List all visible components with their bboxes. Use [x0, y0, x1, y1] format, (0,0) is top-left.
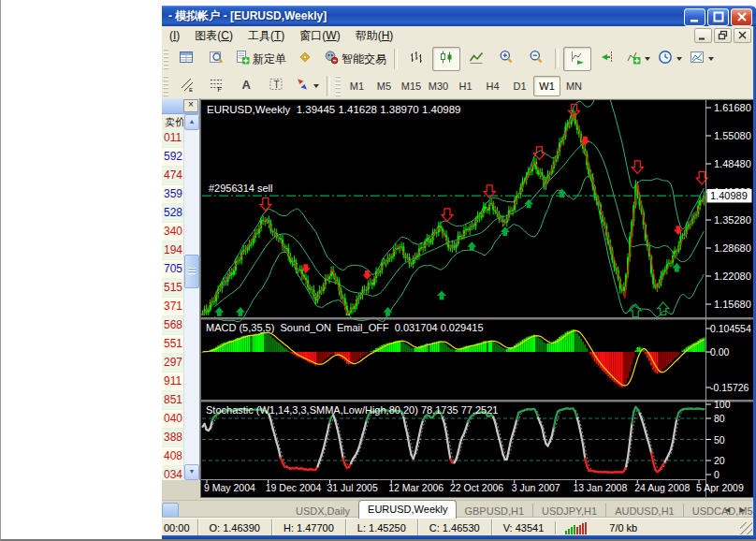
chart-tab-eurusd[interactable]: EURUSD,Weekly [358, 500, 457, 519]
panel-headers: EURUSD,Weekly 1.39445 1.41628 1.38970 1.… [206, 104, 498, 416]
panel-frames [201, 100, 753, 497]
date-tick-label: 12 Mar 2006 [388, 482, 443, 493]
stoch-tick-label: 50 [714, 434, 725, 446]
market-watch-row[interactable]: 474 [162, 167, 184, 185]
timeframe-d1[interactable]: D1 [506, 76, 533, 96]
line-chart-icon [469, 50, 484, 68]
timeframe-w1[interactable]: W1 [533, 76, 560, 96]
chart-window[interactable]: #2956314 sell1.616801.550801.484801.4188… [200, 99, 754, 498]
zoom-in-button[interactable] [492, 47, 520, 71]
market-watch-icon [179, 50, 194, 68]
mdi-close-icon[interactable] [734, 28, 751, 43]
mdi-minimize-icon[interactable] [694, 28, 712, 43]
market-watch-row[interactable]: 371 [162, 298, 184, 316]
titlebar[interactable]: - 模拟帐户 - [EURUSD,Weekly] [162, 6, 756, 26]
market-watch-row[interactable]: 851 [162, 391, 184, 410]
timeframe-h4[interactable]: H4 [479, 76, 506, 96]
line-chart-button[interactable] [462, 47, 490, 71]
timeframe-mn[interactable]: MN [560, 76, 588, 96]
timeframe-m1[interactable]: M1 [343, 76, 371, 96]
market-watch-titlebar[interactable]: × [162, 98, 199, 114]
navigator-button[interactable] [202, 47, 230, 71]
toolbar-drag-handle[interactable] [164, 49, 168, 69]
menu-item-1[interactable]: 图表(C) [187, 27, 240, 44]
menu-item-4[interactable]: 帮助(H) [348, 27, 401, 44]
timeframe-m15[interactable]: M15 [398, 76, 425, 96]
market-watch-row[interactable]: 911 [162, 373, 184, 391]
indicators-button[interactable] [623, 47, 653, 71]
market-watch-row[interactable]: 011 [162, 129, 184, 148]
tab-scroll-right-icon[interactable]: ▶ [736, 504, 749, 516]
resize-grip[interactable] [740, 522, 752, 534]
close-icon[interactable] [731, 8, 752, 26]
mdi-controls [694, 28, 753, 43]
expert-advisors-label: 智能交易 [342, 51, 386, 67]
market-watch-row[interactable]: 528 [162, 204, 184, 223]
market-watch-row[interactable]: 408 [162, 447, 184, 466]
scroll-up-icon[interactable]: ▲ [184, 114, 199, 130]
status-field-5: V: 43541 [491, 519, 556, 536]
minimize-icon[interactable] [684, 8, 705, 26]
text-label-button[interactable]: T [262, 76, 290, 96]
market-watch-row[interactable]: 568 [162, 316, 184, 335]
market-watch-row[interactable]: 034 [162, 466, 184, 480]
market-watch-row[interactable]: 359 [162, 185, 184, 204]
templates-button[interactable] [687, 47, 717, 71]
auto-scroll-icon [570, 50, 585, 68]
date-tick-label: 9 May 2004 [204, 482, 255, 493]
equidistant-channel-button[interactable]: E [172, 76, 200, 96]
toolbar-drag-handle[interactable] [164, 76, 168, 96]
sell-arrows [260, 105, 707, 279]
arrows-button[interactable] [292, 76, 322, 96]
chart-tab-audusd[interactable]: AUDUSD,H1 [606, 504, 684, 519]
market-watch-row[interactable]: 705 [162, 260, 184, 279]
maximize-icon[interactable] [707, 8, 729, 26]
menu-item-2[interactable]: 工具(T) [240, 27, 292, 44]
market-watch-row[interactable]: 551 [162, 335, 184, 354]
market-watch-row[interactable]: 194 [162, 241, 184, 260]
scrollbar-thumb[interactable] [184, 255, 199, 288]
mdi-restore-icon[interactable] [714, 28, 732, 43]
candlestick-chart-button[interactable] [432, 47, 460, 71]
market-watch-row[interactable]: 592 [162, 148, 184, 167]
market-watch-row[interactable]: 340 [162, 223, 184, 241]
timeframe-m5[interactable]: M5 [371, 76, 398, 96]
market-watch-close-icon[interactable]: × [183, 99, 198, 112]
timeframe-h1[interactable]: H1 [452, 76, 479, 96]
new-order-button[interactable]: 新定单 [232, 47, 289, 71]
expert-advisors-button[interactable]: 智能交易 [321, 47, 389, 71]
market-watch-row[interactable]: 040 [162, 410, 184, 429]
fibonacci-button[interactable]: F [202, 76, 230, 96]
market-watch-scrollbar[interactable]: ▲ ▼ [183, 114, 199, 480]
chart-shift-button[interactable] [593, 47, 621, 71]
quote-value: 388 [164, 431, 182, 444]
chart-canvas[interactable]: #2956314 sell1.616801.550801.484801.4188… [201, 100, 753, 497]
auto-scroll-button[interactable] [563, 47, 591, 71]
timeframe-m30[interactable]: M30 [425, 76, 452, 96]
market-watch-row[interactable]: 515 [162, 279, 184, 298]
chart-tab-gbpusd[interactable]: GBPUSD,H1 [456, 504, 533, 519]
chart-tab-usdx[interactable]: USDX,Daily [287, 504, 359, 519]
quote-value: 034 [164, 468, 182, 480]
market-watch-row[interactable]: 297 [162, 354, 184, 373]
quote-value: 297 [164, 356, 182, 369]
metaeditor-button[interactable] [291, 47, 319, 71]
toolbar-separator [394, 49, 398, 69]
tab-scroll-left-icon[interactable]: ◀ [721, 504, 734, 516]
price-tick-label: 1.28680 [714, 242, 751, 254]
text-button[interactable]: A [232, 76, 260, 96]
toolbar-drag-handle[interactable] [336, 76, 341, 96]
market-watch-row[interactable]: 388 [162, 429, 184, 447]
market-watch-button[interactable] [172, 47, 200, 71]
new-order-icon [235, 50, 250, 68]
menu-item-0[interactable]: (I) [162, 27, 187, 44]
current-price-tag: 1.40989 [707, 189, 752, 203]
arrows-icon [295, 77, 310, 95]
bar-chart-button[interactable] [402, 47, 430, 71]
periods-button[interactable] [655, 47, 685, 71]
scroll-down-icon[interactable]: ▼ [184, 464, 199, 480]
statusbar: 00:00O: 1.46390H: 1.47700L: 1.45250C: 1.… [162, 518, 753, 536]
menu-item-3[interactable]: 窗口(W) [292, 27, 347, 44]
chart-tab-usdjpy[interactable]: USDJPY,H1 [533, 504, 606, 519]
zoom-out-button[interactable] [522, 47, 550, 71]
